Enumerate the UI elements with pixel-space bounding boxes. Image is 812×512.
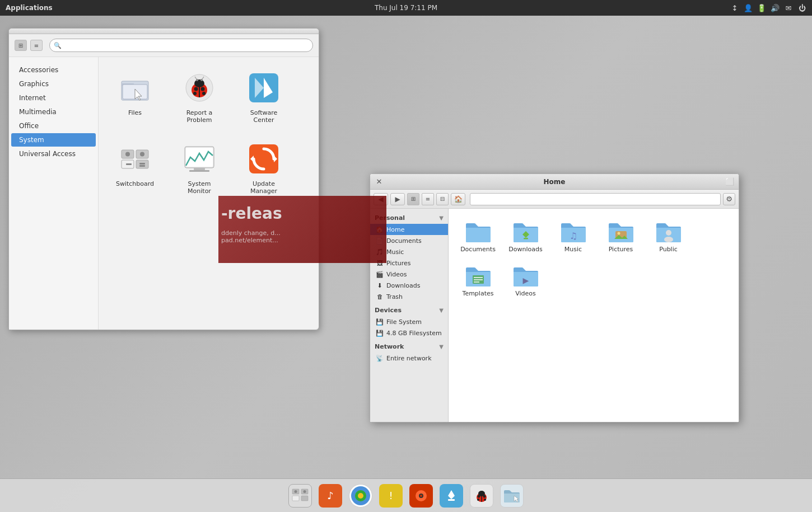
folder-item-downloads[interactable]: Downloads	[505, 217, 547, 256]
applications-menu-label[interactable]: Applications	[6, 4, 53, 12]
folder-documents-label: Documents	[460, 246, 496, 253]
fm-sidebar-filesystem[interactable]: 💾 File System	[370, 316, 448, 327]
fm-body: Personal ▼ 🏠 Home 📄 Documents 🎵 Music 🖼	[370, 209, 739, 422]
svg-point-10	[193, 92, 197, 95]
folder-item-music[interactable]: ♫ Music	[552, 217, 594, 256]
taskbar-report-problem-icon	[470, 484, 493, 508]
sidebar-item-office[interactable]: Office	[11, 119, 96, 133]
files-icon	[117, 70, 153, 106]
fm-home-button[interactable]: 🏠	[451, 193, 465, 205]
app-item-report-problem[interactable]: Report a Problem	[171, 65, 227, 128]
report-problem-label: Report a Problem	[176, 109, 223, 124]
fm-sidebar-filesystem-48gb[interactable]: 💾 4.8 GB Filesystem	[370, 327, 448, 339]
fm-icon-view-button[interactable]: ⊞	[407, 193, 419, 205]
app-item-system-monitor[interactable]: System Monitor	[171, 137, 227, 199]
app-menu-content: Accessories Graphics Internet Multimedia…	[9, 57, 319, 330]
fm-network-arrow[interactable]: ▼	[439, 344, 444, 350]
folder-item-public[interactable]: Public	[647, 217, 689, 256]
svg-rect-65	[448, 499, 455, 501]
fm-devices-arrow[interactable]: ▼	[439, 307, 444, 313]
fm-compact-view-button[interactable]: ⊟	[436, 193, 449, 205]
fm-sidebar-videos[interactable]: 🎬 Videos	[370, 269, 448, 280]
sidebar-item-multimedia[interactable]: Multimedia	[11, 105, 96, 119]
search-input[interactable]	[49, 39, 313, 52]
taskbar-burning-icon	[409, 484, 433, 508]
fm-pictures-label: Pictures	[386, 260, 411, 267]
svg-rect-51	[292, 496, 299, 501]
svg-point-69	[478, 495, 480, 497]
sidebar-item-accessories[interactable]: Accessories	[11, 63, 96, 77]
sidebar-item-graphics[interactable]: Graphics	[11, 77, 96, 91]
view-list-button[interactable]: ≡	[30, 40, 43, 51]
svg-point-62	[420, 495, 422, 497]
bg-overlay-subtext: ddenly change, d...pad.net/element...	[221, 229, 281, 244]
folder-music-label: Music	[564, 246, 582, 253]
fm-devices-label: Devices	[375, 307, 402, 314]
taskbar-file-manager[interactable]	[498, 482, 526, 510]
app-menu-titlebar	[9, 29, 319, 34]
taskbar-burning[interactable]	[407, 482, 435, 510]
mail-icon[interactable]: ✉	[784, 3, 793, 12]
user-icon[interactable]: 👤	[744, 3, 753, 12]
svg-rect-26	[139, 163, 145, 165]
sidebar-item-system[interactable]: System	[11, 133, 96, 147]
fm-network-section: Network ▼ 📡 Entire network	[370, 341, 448, 364]
folder-item-pictures[interactable]: Pictures	[600, 217, 642, 256]
switchboard-icon	[117, 141, 153, 177]
taskbar-music-player[interactable]: ♪	[316, 482, 344, 510]
fm-title: Home	[544, 178, 566, 186]
app-item-update-manager[interactable]: Update Manager	[236, 137, 292, 199]
folder-downloads-label: Downloads	[508, 246, 542, 253]
app-item-software-center[interactable]: Software Center	[236, 65, 292, 128]
view-grid-button[interactable]: ⊞	[15, 40, 27, 51]
app-menu-toolbar: ⊞ ≡ 🔍	[9, 34, 319, 57]
fm-sidebar-entire-network[interactable]: 📡 Entire network	[370, 353, 448, 364]
app-item-switchboard[interactable]: Switchboard	[107, 137, 163, 199]
fm-forward-button[interactable]: ▶	[390, 193, 405, 205]
app-item-files[interactable]: Files	[107, 65, 163, 128]
fm-personal-arrow[interactable]: ▼	[439, 215, 444, 221]
fm-documents-label: Documents	[386, 237, 422, 245]
fm-list-view-button[interactable]: ≡	[422, 193, 434, 205]
topbar-icons: ↕ 👤 🔋 🔊 ✉ ⏻	[730, 3, 806, 12]
file-manager-window: ✕ Home ⬜ ◀ ▶ ⊞ ≡ ⊟ 🏠 ⚙ Personal ▼ 🏠 Home	[370, 173, 739, 422]
fm-sidebar-trash[interactable]: 🗑 Trash	[370, 291, 448, 302]
svg-rect-27	[139, 165, 145, 167]
power-icon[interactable]: ⏻	[797, 3, 806, 12]
fm-sidebar-downloads[interactable]: ⬇ Downloads	[370, 280, 448, 291]
fm-close-button[interactable]: ✕	[375, 177, 384, 186]
software-center-icon	[246, 70, 282, 106]
folder-item-templates[interactable]: Templates	[457, 261, 499, 300]
fm-toolbar: ◀ ▶ ⊞ ≡ ⊟ 🏠 ⚙	[370, 190, 739, 209]
fm-maximize-button[interactable]: ⬜	[725, 177, 734, 186]
svg-text:!: !	[389, 490, 393, 501]
search-icon: 🔍	[54, 42, 62, 49]
sidebar-item-universal-access[interactable]: Universal Access	[11, 147, 96, 161]
bg-overlay-text: -releas	[221, 204, 282, 223]
folder-item-videos[interactable]: ▶ Videos	[505, 261, 547, 300]
svg-point-54	[304, 490, 306, 493]
taskbar-switchboard[interactable]	[286, 482, 314, 510]
folder-item-documents[interactable]: Documents	[457, 217, 499, 256]
taskbar-chat-icon: !	[379, 484, 403, 508]
taskbar-switchboard-icon	[288, 484, 312, 508]
taskbar-file-manager-icon	[500, 484, 524, 508]
taskbar-downloader[interactable]	[437, 482, 465, 510]
sidebar-item-internet[interactable]: Internet	[11, 91, 96, 105]
taskbar-chat[interactable]: !	[377, 482, 405, 510]
trash-icon: 🗑	[376, 293, 384, 300]
filesystem-48gb-icon: 💾	[376, 329, 384, 337]
battery-icon[interactable]: 🔋	[757, 3, 766, 12]
taskbar-report-problem[interactable]	[468, 482, 496, 510]
svg-point-53	[295, 490, 297, 493]
fm-titlebar: ✕ Home ⬜	[370, 174, 739, 190]
downloads-folder-icon: ⬇	[376, 281, 384, 289]
svg-point-8	[194, 87, 198, 91]
taskbar-browser[interactable]	[347, 482, 375, 510]
system-monitor-label: System Monitor	[176, 180, 223, 195]
fm-settings-button[interactable]: ⚙	[723, 193, 735, 205]
volume-icon[interactable]: 🔊	[771, 3, 780, 12]
files-label: Files	[128, 109, 142, 116]
fm-videos-label: Videos	[386, 271, 407, 278]
sort-icon[interactable]: ↕	[730, 3, 739, 12]
